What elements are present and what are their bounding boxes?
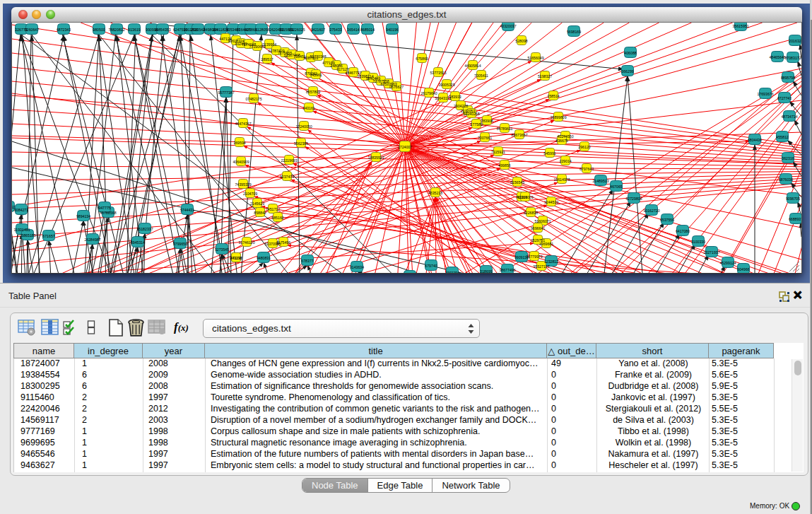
svg-text:343161: 343161 (302, 106, 314, 110)
svg-text:365414: 365414 (347, 28, 359, 32)
svg-text:39005329: 39005329 (438, 83, 454, 87)
svg-text:3244510: 3244510 (544, 200, 558, 204)
svg-text:95788568: 95788568 (100, 211, 116, 215)
svg-text:4535218: 4535218 (428, 191, 442, 195)
svg-text:23271937: 23271937 (703, 250, 719, 255)
svg-text:289517: 289517 (261, 57, 273, 62)
svg-text:74395339: 74395339 (235, 182, 251, 187)
svg-text:1724007: 1724007 (398, 145, 412, 149)
svg-text:51606071: 51606071 (534, 219, 551, 223)
svg-text:7005411: 7005411 (474, 74, 488, 78)
svg-text:112805: 112805 (256, 28, 268, 32)
svg-text:318699: 318699 (480, 269, 492, 274)
svg-text:17240050: 17240050 (295, 124, 312, 129)
svg-text:90162720: 90162720 (643, 209, 659, 213)
svg-text:21489513: 21489513 (592, 179, 608, 183)
svg-text:31746120: 31746120 (238, 240, 254, 245)
svg-text:48465648: 48465648 (769, 55, 785, 59)
svg-text:8727743: 8727743 (777, 96, 792, 100)
svg-text:78820812: 78820812 (108, 28, 124, 32)
svg-text:679740: 679740 (425, 264, 437, 268)
svg-text:26179640: 26179640 (420, 91, 437, 95)
svg-text:980500: 980500 (93, 28, 105, 32)
svg-text:7451712: 7451712 (266, 207, 280, 211)
svg-text:87083172: 87083172 (784, 56, 801, 60)
svg-text:1902294: 1902294 (445, 271, 459, 274)
svg-text:7115921: 7115921 (491, 150, 505, 154)
svg-text:99854353: 99854353 (154, 28, 170, 32)
svg-text:38677496: 38677496 (499, 268, 515, 272)
svg-text:6537556: 6537556 (660, 218, 674, 222)
svg-text:6156545: 6156545 (510, 180, 524, 185)
svg-text:6417080: 6417080 (676, 229, 690, 233)
svg-text:48734714: 48734714 (781, 115, 797, 119)
svg-text:9480831: 9480831 (257, 256, 271, 260)
svg-text:9237474: 9237474 (280, 175, 294, 179)
svg-text:15614978: 15614978 (553, 177, 570, 182)
svg-text:675869: 675869 (416, 57, 428, 61)
svg-text:940196: 940196 (386, 28, 398, 32)
svg-text:35182337: 35182337 (136, 227, 153, 231)
svg-text:9894134: 9894134 (76, 214, 90, 218)
svg-text:5562386: 5562386 (294, 141, 308, 146)
svg-text:6945314: 6945314 (131, 240, 145, 245)
svg-text:9096705: 9096705 (786, 197, 800, 201)
svg-text:22219693: 22219693 (281, 158, 297, 163)
svg-text:296120: 296120 (578, 145, 590, 149)
svg-text:95777387: 95777387 (218, 90, 234, 95)
svg-text:53773515: 53773515 (430, 71, 446, 75)
svg-text:678377: 678377 (301, 259, 313, 263)
svg-text:45299124: 45299124 (719, 261, 736, 265)
svg-text:50240268: 50240268 (463, 112, 479, 116)
svg-text:46474367: 46474367 (235, 122, 251, 126)
svg-text:62729806: 62729806 (625, 197, 642, 201)
svg-text:467065: 467065 (610, 185, 622, 189)
svg-text:836675: 836675 (555, 139, 567, 143)
svg-text:2145623: 2145623 (250, 201, 264, 206)
svg-text:858842: 858842 (254, 211, 266, 215)
svg-text:5698169: 5698169 (567, 30, 581, 34)
svg-text:51370985: 51370985 (264, 242, 281, 246)
svg-text:44905814: 44905814 (464, 64, 481, 68)
svg-text:1369681: 1369681 (539, 242, 553, 246)
svg-text:3799650: 3799650 (173, 242, 187, 246)
svg-text:40369003: 40369003 (517, 195, 533, 199)
svg-text:375433: 375433 (329, 28, 341, 32)
svg-text:6804436: 6804436 (748, 138, 762, 142)
svg-text:3100330: 3100330 (691, 240, 705, 244)
svg-text:18835523: 18835523 (367, 156, 384, 160)
svg-text:913619: 913619 (128, 28, 140, 32)
svg-text:369594: 369594 (233, 141, 245, 145)
svg-text:0576627: 0576627 (389, 85, 404, 89)
svg-text:31931491: 31931491 (13, 228, 30, 232)
svg-text:229014: 229014 (559, 159, 571, 163)
svg-text:5876036: 5876036 (779, 177, 793, 182)
svg-text:0143634: 0143634 (350, 265, 364, 269)
svg-text:9696641: 9696641 (531, 226, 545, 230)
svg-text:0260647: 0260647 (25, 28, 39, 32)
svg-text:6872343: 6872343 (57, 28, 71, 32)
svg-text:406088: 406088 (624, 51, 636, 55)
svg-text:8657809: 8657809 (306, 90, 320, 94)
svg-text:51656049: 51656049 (527, 56, 543, 60)
svg-text:23226025: 23226025 (288, 28, 305, 32)
svg-text:455812: 455812 (776, 135, 788, 139)
svg-text:40640909: 40640909 (233, 160, 249, 164)
svg-text:36899809: 36899809 (550, 115, 566, 119)
svg-text:6226838: 6226838 (524, 211, 538, 215)
svg-text:904966: 904966 (737, 267, 749, 271)
svg-text:35615951: 35615951 (732, 24, 748, 28)
svg-text:43320037: 43320037 (500, 24, 516, 28)
svg-text:2904228: 2904228 (454, 104, 468, 108)
svg-text:745961: 745961 (310, 73, 322, 77)
svg-text:7007661: 7007661 (478, 136, 492, 140)
svg-text:95527177: 95527177 (533, 264, 549, 269)
svg-text:12779979: 12779979 (526, 255, 542, 259)
svg-text:201632: 201632 (789, 39, 801, 43)
svg-text:783908: 783908 (481, 119, 493, 123)
svg-text:671657: 671657 (42, 234, 54, 238)
svg-text:366299: 366299 (621, 69, 633, 74)
svg-text:158514: 158514 (547, 94, 559, 98)
svg-text:84789611: 84789611 (497, 127, 513, 131)
svg-text:1232812: 1232812 (544, 259, 558, 264)
